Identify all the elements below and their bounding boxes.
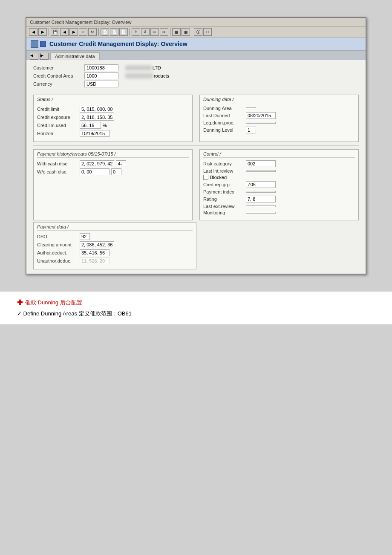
arrow-btn4[interactable]: ⇨ xyxy=(160,28,168,36)
note-line1: ✚ 催款 Dunning 后台配置 xyxy=(17,298,375,306)
doc-btn2[interactable]: 📄 xyxy=(110,28,118,36)
risk-category-value[interactable]: 002 xyxy=(246,160,276,167)
bottom-notes: ✚ 催款 Dunning 后台配置 ✓ Define Dunning Areas… xyxy=(0,292,392,324)
forward-btn[interactable]: ▶ xyxy=(38,28,47,36)
customer-basic-info: Customer 1000188 LTD Credit Control Area… xyxy=(33,64,359,87)
dso-value[interactable]: 92 xyxy=(80,233,90,240)
clearing-amount-row: Clearing amount 2, 086, 452. 36 xyxy=(37,241,193,248)
author-deduct-label: Author.deduct. xyxy=(37,250,80,255)
page-title-bar: Customer Credit Management Display: Over… xyxy=(26,38,366,51)
credit-control-area-value[interactable]: 1000 xyxy=(84,72,118,79)
arrow-btn[interactable]: ⇧ xyxy=(132,28,140,36)
status-section: Status Credit limit 5, 015, 000. 00 Cred… xyxy=(33,95,193,142)
unauthor-deduc-value[interactable]: 11, 526. 20 xyxy=(80,257,110,264)
credit-exposure-row: Credit exposure 2, 818, 158. 35 xyxy=(37,114,189,121)
monitoring-value[interactable] xyxy=(246,212,276,214)
main-window: Customer Credit Management Display: Over… xyxy=(26,17,366,275)
unauthor-deduc-label: Unauthor.deduc. xyxy=(37,258,80,263)
sep1 xyxy=(49,28,49,36)
back-btn[interactable]: ◀ xyxy=(29,28,37,36)
grid-btn2[interactable]: ▦ xyxy=(182,28,190,36)
author-deduct-value[interactable]: 35, 416. 56 xyxy=(80,249,110,256)
horizon-value[interactable]: 10/19/2015 xyxy=(80,130,110,137)
help-btn[interactable]: ⓘ xyxy=(194,28,202,36)
page-icon2 xyxy=(40,41,46,47)
with-cash-disc-value[interactable]: 2, 022, 979. 42 xyxy=(80,160,114,167)
tab-admin-data[interactable]: Administrative data xyxy=(50,52,100,60)
credit-exposure-value[interactable]: 2, 818, 158. 35 xyxy=(80,114,114,121)
home-btn[interactable]: ⌂ xyxy=(79,28,87,36)
last-ext-review-label: Last ext.review xyxy=(203,204,246,209)
payment-control-row: Payment history/arrears 05/15-07/15 With… xyxy=(33,149,359,220)
content-area: Customer 1000188 LTD Credit Control Area… xyxy=(26,60,366,274)
divider2 xyxy=(33,145,359,146)
credit-exposure-label: Credit exposure xyxy=(37,115,80,120)
right-spacer xyxy=(203,222,359,269)
page-title: Customer Credit Management Display: Over… xyxy=(49,40,187,47)
dunning-level-row: Dunning Level 1 xyxy=(203,127,355,133)
info-btn[interactable]: □ xyxy=(203,28,212,36)
horizon-label: Horizon xyxy=(37,131,80,136)
with-cash-disc-label: With cash disc. xyxy=(37,161,80,166)
payment-index-label: Payment index xyxy=(203,189,246,194)
sep3 xyxy=(130,28,130,36)
rating-label: Rating xyxy=(203,197,246,202)
wo-cash-disc-value[interactable]: 0. 00 xyxy=(80,168,110,175)
cred-lim-used-value[interactable]: 56. 19 xyxy=(80,122,101,129)
doc-btn3[interactable]: 📄 xyxy=(119,28,128,36)
rating-row: Rating 7. 8 xyxy=(203,196,355,202)
credit-limit-row: Credit limit 5, 015, 000. 00 xyxy=(37,106,189,113)
payment-history-title: Payment history/arrears 05/15-07/15 xyxy=(37,151,189,158)
cred-lim-used-label: Cred.lim.used xyxy=(37,123,80,128)
with-cash-disc-row: With cash disc. 2, 022, 979. 42 4- xyxy=(37,160,189,167)
tab-nav-next[interactable]: ▶ xyxy=(40,53,49,60)
tab-bar: ◀ ▶ Administrative data xyxy=(26,51,366,60)
cred-rep-grp-value[interactable]: Z05 xyxy=(246,181,276,188)
clearing-amount-value[interactable]: 2, 086, 452. 36 xyxy=(80,241,114,248)
status-title: Status xyxy=(37,97,189,103)
dunning-level-value[interactable]: 1 xyxy=(246,127,256,133)
payment-data-section: Payment data DSO 92 Clearing amount 2, 0… xyxy=(33,222,196,269)
dunning-level-label: Dunning Level xyxy=(203,127,246,133)
arrow-btn3[interactable]: ⇦ xyxy=(150,28,159,36)
doc-btn[interactable]: 📄 xyxy=(101,28,109,36)
wo-cash-disc-indicator[interactable]: 0 xyxy=(111,168,121,175)
nav-btn2[interactable]: ▶ xyxy=(69,28,78,36)
with-cash-disc-indicator[interactable]: 4- xyxy=(116,160,126,167)
nav-btn[interactable]: ◀ xyxy=(60,28,69,36)
rating-value[interactable]: 7. 8 xyxy=(246,196,276,202)
customer-value[interactable]: 1000188 xyxy=(84,64,118,71)
last-ext-review-value[interactable] xyxy=(246,205,276,207)
credit-limit-value[interactable]: 5, 015, 000. 00 xyxy=(80,106,114,113)
cred-rep-grp-row: Cred.rep.grp Z05 xyxy=(203,181,355,188)
window-title: Customer Credit Management Display: Over… xyxy=(30,20,131,25)
payment-index-row: Payment index xyxy=(203,189,355,194)
credit-control-area-row: Credit Control Area 1000 roducts xyxy=(33,72,359,79)
payment-index-value[interactable] xyxy=(246,191,276,193)
control-title: Control xyxy=(203,151,355,158)
blocked-checkbox[interactable] xyxy=(203,175,208,180)
last-int-review-value[interactable] xyxy=(246,170,276,172)
cross-icon: ✚ xyxy=(17,298,23,306)
last-ext-review-row: Last ext.review xyxy=(203,204,355,209)
arrow-btn2[interactable]: ⇩ xyxy=(141,28,150,36)
dunning-area-value[interactable] xyxy=(246,107,256,109)
title-bar: Customer Credit Management Display: Over… xyxy=(26,18,366,27)
leg-dunn-proc-value[interactable] xyxy=(246,122,276,124)
risk-category-row: Risk category 002 xyxy=(203,160,355,167)
currency-value[interactable]: USD xyxy=(84,81,118,87)
tab-nav-prev[interactable]: ◀ xyxy=(30,53,38,60)
grid-btn[interactable]: ▦ xyxy=(172,28,181,36)
clearing-amount-label: Clearing amount xyxy=(37,242,80,247)
cred-lim-unit: % xyxy=(103,123,107,128)
risk-category-label: Risk category xyxy=(203,161,246,166)
last-dunned-value[interactable]: 08/20/2015 xyxy=(246,112,276,119)
sep4 xyxy=(170,28,170,36)
status-dunning-row: Status Credit limit 5, 015, 000. 00 Cred… xyxy=(33,95,359,142)
save-btn[interactable]: 💾 xyxy=(51,28,59,36)
refresh-btn[interactable]: ↻ xyxy=(88,28,97,36)
customer-label: Customer xyxy=(33,65,84,70)
control-section: Control Risk category 002 Last int.revie… xyxy=(199,149,359,220)
currency-row: Currency USD xyxy=(33,81,359,87)
customer-row: Customer 1000188 LTD xyxy=(33,64,359,71)
